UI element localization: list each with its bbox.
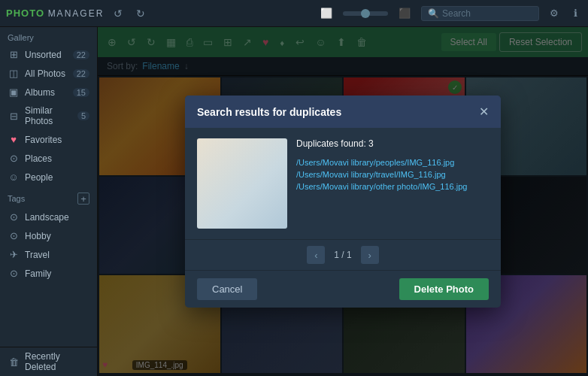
- tags-section-header: Tags +: [0, 186, 97, 208]
- sidebar-label-travel: Travel: [25, 250, 89, 260]
- sidebar-item-all-photos[interactable]: ◫ All Photos 22: [0, 64, 97, 83]
- tags-section-label: Tags: [8, 194, 77, 203]
- modal-overlay: Search results for duplicates ✕ Duplicat…: [98, 27, 588, 376]
- recently-deleted-icon: 🗑: [8, 356, 20, 368]
- app-header: PHOTO MANAGER ↺ ↻ ⬜ ⬛ 🔍 ⚙ ℹ: [0, 0, 588, 27]
- modal-path-2[interactable]: /Users/Movavi library/travel/IMG_116.jpg: [296, 168, 489, 180]
- sidebar-bottom: 🗑 Recently Deleted: [0, 347, 97, 376]
- modal-cancel-button[interactable]: Cancel: [197, 278, 257, 300]
- sidebar-label-albums: Albums: [25, 87, 68, 98]
- sidebar-item-unsorted[interactable]: ⊞ Unsorted 22: [0, 45, 97, 64]
- logo-photo: PHOTO: [6, 8, 44, 19]
- modal-path-1[interactable]: /Users/Movavi library/peoples/IMG_116.jp…: [296, 156, 489, 168]
- sidebar-label-family: Family: [25, 268, 89, 279]
- search-box: 🔍: [421, 6, 539, 21]
- travel-icon: ✈: [8, 249, 20, 260]
- sidebar-item-similar[interactable]: ⊟ Similar Photos 5: [0, 102, 97, 130]
- sidebar-item-favorites[interactable]: ♥ Favorites: [0, 130, 97, 149]
- info-button[interactable]: ℹ: [569, 6, 582, 20]
- sidebar-count-unsorted: 22: [73, 50, 89, 59]
- sidebar-item-people[interactable]: ☺ People: [0, 168, 97, 186]
- sidebar-item-family[interactable]: ⊙ Family: [0, 264, 97, 283]
- sidebar-count-similar: 5: [77, 111, 89, 120]
- add-tag-button[interactable]: +: [77, 193, 89, 205]
- modal-preview-image: [197, 138, 287, 229]
- search-results-modal: Search results for duplicates ✕ Duplicat…: [185, 96, 501, 308]
- search-icon: 🔍: [428, 8, 439, 19]
- main-layout: Gallery ⊞ Unsorted 22 ◫ All Photos 22 ▣ …: [0, 27, 588, 376]
- modal-info: Duplicates found: 3 /Users/Movavi librar…: [296, 138, 489, 229]
- landscape-icon: ⊙: [8, 211, 20, 223]
- sidebar-item-landscape[interactable]: ⊙ Landscape: [0, 208, 97, 226]
- similar-icon: ⊟: [8, 111, 20, 122]
- app-logo: PHOTO MANAGER: [6, 8, 104, 19]
- modal-body: Duplicates found: 3 /Users/Movavi librar…: [185, 128, 501, 239]
- modal-prev-button[interactable]: ‹: [307, 246, 325, 264]
- sidebar-label-landscape: Landscape: [25, 212, 89, 223]
- sidebar-count-albums: 15: [73, 88, 89, 97]
- family-icon: ⊙: [8, 268, 20, 279]
- modal-duplicates-label: Duplicates found:: [296, 138, 366, 149]
- sidebar-item-hobby[interactable]: ⊙ Hobby: [0, 226, 97, 245]
- undo-button[interactable]: ↺: [110, 6, 126, 21]
- sidebar-item-recently-deleted[interactable]: 🗑 Recently Deleted: [0, 347, 97, 376]
- header-right-icons: ⬜ ⬛: [316, 6, 415, 20]
- modal-duplicates-found: Duplicates found: 3: [296, 138, 489, 149]
- expand-icon-btn[interactable]: ⬛: [394, 6, 415, 20]
- sidebar-label-favorites: Favorites: [25, 135, 89, 145]
- search-input[interactable]: [442, 8, 532, 19]
- sidebar: Gallery ⊞ Unsorted 22 ◫ All Photos 22 ▣ …: [0, 27, 98, 376]
- unsorted-icon: ⊞: [8, 49, 20, 60]
- sidebar-label-all-photos: All Photos: [25, 68, 68, 79]
- sidebar-item-places[interactable]: ⊙ Places: [0, 149, 97, 168]
- modal-page-indicator: 1 / 1: [334, 250, 351, 260]
- sidebar-label-similar: Similar Photos: [25, 105, 72, 126]
- people-icon: ☺: [8, 171, 20, 183]
- modal-footer: Cancel Delete Photo: [185, 270, 501, 308]
- sidebar-label-hobby: Hobby: [25, 231, 89, 241]
- sidebar-label-people: People: [25, 172, 89, 183]
- logo-manager: MANAGER: [48, 8, 105, 19]
- modal-header: Search results for duplicates ✕: [185, 96, 501, 128]
- window-icon-btn[interactable]: ⬜: [316, 6, 337, 20]
- sidebar-item-albums[interactable]: ▣ Albums 15: [0, 83, 97, 102]
- modal-duplicates-count: 3: [368, 138, 374, 149]
- modal-preview: [197, 138, 287, 229]
- hobby-icon: ⊙: [8, 230, 20, 241]
- modal-delete-button[interactable]: Delete Photo: [399, 278, 489, 300]
- albums-icon: ▣: [8, 86, 20, 98]
- modal-path-3[interactable]: /Users/Movavi library/other photo/IMG_11…: [296, 180, 489, 193]
- content-area: ⊕ ↺ ↻ ▦ ⎙ ▭ ⊞ ↗ ♥ ⬧ ↩ ☺ ⬆ 🗑 Select All R…: [98, 27, 588, 376]
- modal-next-button[interactable]: ›: [361, 246, 379, 264]
- modal-close-button[interactable]: ✕: [479, 105, 489, 119]
- sidebar-count-all-photos: 22: [73, 69, 89, 78]
- sidebar-label-places: Places: [25, 153, 89, 164]
- favorites-icon: ♥: [8, 134, 20, 145]
- sidebar-label-recently-deleted: Recently Deleted: [25, 351, 89, 372]
- modal-title: Search results for duplicates: [197, 106, 341, 118]
- sidebar-label-unsorted: Unsorted: [25, 50, 68, 60]
- places-icon: ⊙: [8, 153, 20, 164]
- gallery-section-label: Gallery: [0, 27, 97, 45]
- sidebar-item-travel[interactable]: ✈ Travel: [0, 245, 97, 264]
- redo-button[interactable]: ↻: [132, 6, 149, 21]
- all-photos-icon: ◫: [8, 68, 20, 79]
- settings-button[interactable]: ⚙: [545, 6, 563, 20]
- modal-navigation: ‹ 1 / 1 ›: [185, 239, 501, 270]
